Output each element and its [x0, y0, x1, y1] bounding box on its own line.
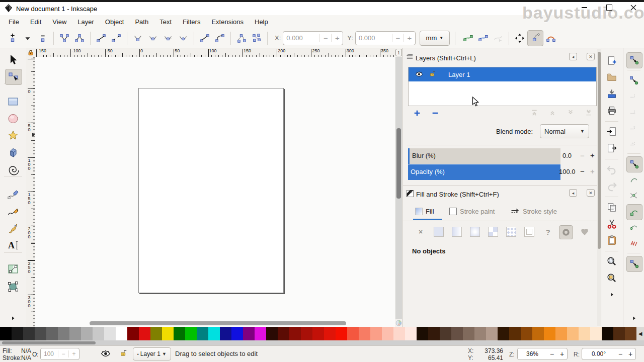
snap-bbox-icon[interactable]: [626, 73, 641, 88]
canvas-vertical-scrollbar[interactable]: [395, 57, 402, 319]
blur-slider[interactable]: Blur (%): [408, 148, 560, 164]
layer-lock-toggle-icon[interactable]: [120, 348, 128, 359]
palette-swatch[interactable]: [382, 327, 393, 340]
palette-swatch[interactable]: [590, 327, 602, 340]
calligraphy-tool[interactable]: [5, 221, 21, 236]
text-tool[interactable]: A: [5, 238, 21, 253]
symmetric-node-icon[interactable]: [160, 31, 176, 46]
unit-dropdown[interactable]: mm▼: [420, 31, 450, 46]
opacity-value[interactable]: 100.0: [559, 168, 576, 175]
menu-item-file[interactable]: File: [3, 16, 25, 28]
palette-swatch[interactable]: [12, 327, 23, 340]
palette-scrollbar[interactable]: [0, 340, 644, 345]
palette-swatch[interactable]: [567, 327, 579, 340]
palette-swatch[interactable]: [243, 327, 255, 340]
opacity-slider[interactable]: Opacity (%): [408, 164, 560, 180]
edit-mask-icon[interactable]: [475, 31, 491, 46]
swatch-button[interactable]: [523, 225, 536, 238]
x-coordinate-plus[interactable]: +: [331, 34, 343, 42]
horizontal-ruler[interactable]: -150-100-50050100150200250300350: [35, 48, 395, 57]
selector-tool[interactable]: [5, 52, 21, 67]
blend-mode-dropdown[interactable]: Normal ▼: [540, 124, 589, 138]
next-path-effect-icon[interactable]: [491, 31, 506, 46]
palette-swatch[interactable]: [521, 327, 532, 340]
palette-swatch[interactable]: [498, 327, 509, 340]
pen-tool[interactable]: [5, 187, 21, 202]
palette-swatch[interactable]: [46, 327, 58, 340]
page-indicator-button[interactable]: 1: [395, 49, 402, 56]
zoom-drawing-icon[interactable]: [604, 270, 619, 286]
palette-swatch[interactable]: [532, 327, 544, 340]
transform-handles-icon[interactable]: [512, 31, 527, 46]
palette-swatch[interactable]: [324, 327, 336, 340]
palette-swatch[interactable]: [602, 327, 613, 340]
expand-icon[interactable]: [626, 311, 641, 326]
blur-increment[interactable]: +: [590, 151, 595, 159]
palette-swatch[interactable]: [509, 327, 521, 340]
maximize-button[interactable]: [602, 3, 617, 12]
palette-swatch[interactable]: [231, 327, 243, 340]
export-image-icon[interactable]: [604, 141, 619, 156]
palette-swatch[interactable]: [174, 327, 185, 340]
radial-gradient-button[interactable]: [468, 225, 481, 238]
fill-rule-nonzero-button[interactable]: [578, 225, 591, 238]
canvas-horizontal-scrollbar[interactable]: [35, 320, 395, 326]
palette-swatch[interactable]: [440, 327, 451, 340]
palette-swatch[interactable]: [463, 327, 474, 340]
smooth-node-icon[interactable]: [145, 31, 160, 46]
snap-cusp-nodes-icon[interactable]: [626, 204, 642, 220]
duplicate-icon[interactable]: [604, 200, 619, 215]
opacity-decrement[interactable]: −: [580, 167, 585, 175]
palette-swatch[interactable]: [0, 327, 12, 340]
layer-lock-icon[interactable]: [429, 70, 436, 79]
paste-icon[interactable]: [604, 233, 619, 248]
snap-nodes-icon[interactable]: [626, 156, 642, 172]
flat-color-button[interactable]: [432, 225, 445, 238]
menu-item-object[interactable]: Object: [100, 16, 130, 28]
show-handles-icon[interactable]: [527, 30, 543, 46]
palette-swatch[interactable]: [35, 327, 46, 340]
fill-stroke-collapse-button[interactable]: ◂: [569, 189, 577, 197]
palette-swatch[interactable]: [289, 327, 301, 340]
palette-swatch[interactable]: [255, 327, 266, 340]
layer-row[interactable]: Layer 1: [409, 67, 596, 81]
palette-swatch[interactable]: [451, 327, 463, 340]
palette-swatch[interactable]: [220, 327, 231, 340]
palette-swatch[interactable]: [405, 327, 417, 340]
palette-swatch[interactable]: [359, 327, 370, 340]
unknown-paint-button[interactable]: ?: [541, 225, 554, 238]
ellipse-tool[interactable]: [5, 111, 21, 126]
ruler-lock-icon[interactable]: [26, 48, 35, 57]
x-coordinate-spinner[interactable]: 0.000 − +: [283, 31, 343, 45]
palette-swatch[interactable]: [23, 327, 35, 340]
curve-segment-icon[interactable]: [212, 31, 227, 46]
snap-others-icon[interactable]: [626, 256, 642, 272]
redo-icon[interactable]: [604, 178, 619, 194]
menu-item-help[interactable]: Help: [249, 16, 274, 28]
layer-visibility-toggle-icon[interactable]: [101, 349, 111, 359]
edit-clip-icon[interactable]: [460, 31, 475, 46]
tab-stroke-paint[interactable]: Stroke paint: [449, 202, 503, 220]
menu-item-path[interactable]: Path: [129, 16, 154, 28]
cut-icon[interactable]: [604, 216, 619, 231]
palette-swatch[interactable]: [336, 327, 347, 340]
remove-layer-button[interactable]: [430, 108, 441, 119]
palette-swatch[interactable]: [312, 327, 324, 340]
current-layer-dropdown[interactable]: ▪Layer 1 ▼: [133, 347, 171, 360]
pattern-button[interactable]: [487, 225, 500, 238]
palette-swatch[interactable]: [278, 327, 289, 340]
cms-adjust-icon[interactable]: [395, 320, 402, 326]
palette-swatch[interactable]: [185, 327, 197, 340]
palette-swatch[interactable]: [127, 327, 139, 340]
palette-swatch[interactable]: [116, 327, 127, 340]
palette-swatch[interactable]: [58, 327, 69, 340]
y-coordinate-minus[interactable]: −: [392, 34, 404, 42]
zoom-spinner[interactable]: 36% − +: [517, 348, 568, 360]
palette-swatch[interactable]: [613, 327, 625, 340]
palette-swatch[interactable]: [555, 327, 567, 340]
opacity-plus[interactable]: +: [68, 350, 79, 357]
palette-swatch[interactable]: [150, 327, 162, 340]
zoom-selection-icon[interactable]: [604, 254, 619, 269]
raise-layer-button[interactable]: [546, 108, 559, 118]
node-editor-tool[interactable]: [5, 69, 22, 85]
